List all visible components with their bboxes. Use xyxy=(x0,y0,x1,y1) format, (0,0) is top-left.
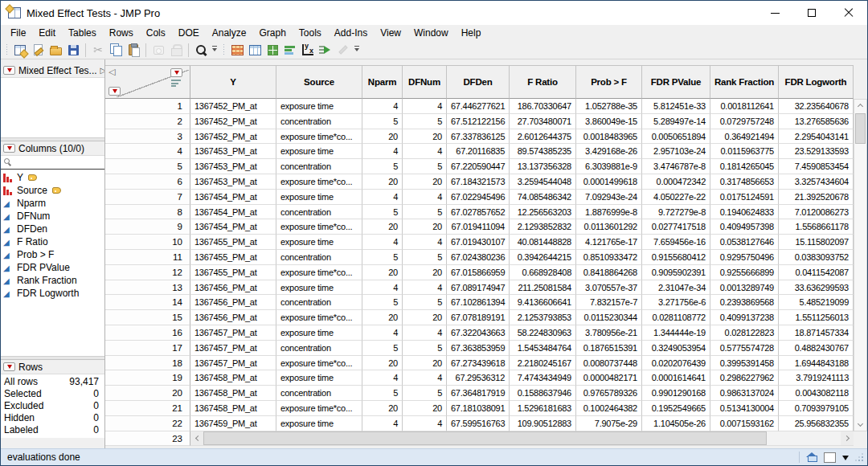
data-cell[interactable]: 67.363853959 xyxy=(447,341,510,356)
data-cell[interactable]: 1367457_PM_at xyxy=(190,341,276,356)
data-cell[interactable]: 20 xyxy=(362,356,403,371)
data-cell[interactable]: concentration xyxy=(276,341,362,356)
data-cell[interactable]: 1367455_PM_at xyxy=(190,250,276,265)
column-item-fdr-pvalue[interactable]: FDR PValue xyxy=(1,261,104,274)
data-cell[interactable]: 0.0000482171 xyxy=(576,370,642,386)
row-number-cell[interactable]: 15 xyxy=(105,310,190,325)
data-cell[interactable]: 5 xyxy=(403,250,447,265)
data-cell[interactable]: 5 xyxy=(362,295,403,310)
data-cell[interactable]: 0.8510933472 xyxy=(576,250,642,265)
data-cell[interactable]: exposure time xyxy=(276,99,362,114)
data-cell[interactable]: 0.0001614641 xyxy=(642,370,710,386)
data-cell[interactable]: 1367453_PM_at xyxy=(190,174,276,190)
data-cell[interactable]: 67.322043663 xyxy=(447,325,510,341)
data-cell[interactable]: 0.0115230344 xyxy=(576,310,642,325)
data-cell[interactable]: 0.0113601292 xyxy=(576,219,642,235)
save-icon[interactable] xyxy=(64,42,82,58)
data-cell[interactable]: 1367452_PM_at xyxy=(190,114,276,129)
data-cell[interactable]: 1367454_PM_at xyxy=(190,205,276,220)
data-cell[interactable]: 2.6012644375 xyxy=(510,129,576,145)
menu-cols[interactable]: Cols xyxy=(140,26,172,40)
data-cell[interactable]: 3.3257434604 xyxy=(779,174,854,190)
data-cell[interactable]: 67.027857652 xyxy=(447,205,510,220)
data-cell[interactable]: 5 xyxy=(362,114,403,129)
scroll-left-arrow[interactable] xyxy=(190,431,203,446)
overflow-icon[interactable] xyxy=(210,42,219,58)
column-header-dfnum[interactable]: DFNum xyxy=(403,66,447,99)
data-cell[interactable]: 12.256563203 xyxy=(510,205,576,220)
data-cell[interactable]: 20 xyxy=(403,356,447,371)
data-cell[interactable]: 67.024380236 xyxy=(447,250,510,265)
copy-icon[interactable] xyxy=(107,42,125,58)
data-cell[interactable]: 4 xyxy=(362,325,403,341)
column-item-prob-f[interactable]: Prob > F xyxy=(1,248,104,261)
assign-roles-icon[interactable] xyxy=(317,42,334,58)
data-cell[interactable]: 0.1002464382 xyxy=(576,401,642,416)
data-cell[interactable]: 109.90512883 xyxy=(510,416,576,431)
data-cell[interactable]: 21.392520678 xyxy=(779,190,854,205)
data-cell[interactable]: 20 xyxy=(403,401,447,416)
data-cell[interactable]: 3.4746787e-8 xyxy=(642,159,710,174)
data-cell[interactable]: 7.832157e-7 xyxy=(576,295,642,310)
column-item-y[interactable]: Y xyxy=(1,171,104,184)
data-cell[interactable]: 0.4882430767 xyxy=(779,341,854,356)
column-header-prob-f[interactable]: Prob > F xyxy=(576,66,642,99)
data-cell[interactable]: 0.0115963775 xyxy=(710,144,779,159)
data-cell[interactable]: 0.364921494 xyxy=(710,129,779,145)
tile-windows-icon[interactable] xyxy=(264,42,281,58)
column-header-source[interactable]: Source xyxy=(276,66,362,99)
data-cell[interactable]: 0.0043082118 xyxy=(779,386,854,401)
data-cell[interactable]: 0.0013289749 xyxy=(710,280,779,296)
data-cell[interactable]: 1367455_PM_at xyxy=(190,265,276,280)
data-cell[interactable]: 5 xyxy=(403,114,447,129)
column-item-dfnum[interactable]: DFNum xyxy=(1,210,104,223)
data-cell[interactable]: 5 xyxy=(403,295,447,310)
resize-grip[interactable] xyxy=(855,453,864,462)
data-cell[interactable]: 18.871457334 xyxy=(779,325,854,341)
data-cell[interactable]: 20 xyxy=(362,129,403,145)
row-number-cell[interactable]: 2 xyxy=(105,114,190,129)
data-cell[interactable]: 1367454_PM_at xyxy=(190,219,276,235)
data-cell[interactable]: concentration xyxy=(276,295,362,310)
data-cell[interactable]: 5 xyxy=(403,386,447,401)
data-cell[interactable]: 1.104505e-26 xyxy=(642,416,710,431)
scroll-down-arrow[interactable] xyxy=(854,419,866,431)
data-cell[interactable]: 67.019430107 xyxy=(447,235,510,250)
data-cell[interactable]: 7.092943e-24 xyxy=(576,190,642,205)
data-cell[interactable]: 0.3942644215 xyxy=(510,250,576,265)
row-number-cell[interactable]: 1 xyxy=(105,99,190,114)
data-cell[interactable]: 5.485219099 xyxy=(779,295,854,310)
data-cell[interactable]: 67.181038091 xyxy=(447,401,510,416)
menu-tables[interactable]: Tables xyxy=(62,26,103,40)
data-cell[interactable]: 0.3995391458 xyxy=(710,356,779,371)
data-cell[interactable]: 2.2180245167 xyxy=(510,356,576,371)
data-cell[interactable]: 20 xyxy=(403,174,447,190)
window-view-icon[interactable] xyxy=(824,452,836,463)
column-header-nparm[interactable]: Nparm xyxy=(362,66,403,99)
data-cell[interactable]: 0.1940624833 xyxy=(710,205,779,220)
data-cell[interactable]: exposure time xyxy=(276,280,362,296)
row-number-cell[interactable]: 21 xyxy=(105,401,190,416)
data-cell[interactable]: 67.446277621 xyxy=(447,99,510,114)
data-cell[interactable]: 67.29536312 xyxy=(447,370,510,386)
data-cell[interactable]: 67.089174947 xyxy=(447,280,510,296)
red-triangle-menu-icon[interactable] xyxy=(3,362,15,371)
data-cell[interactable]: 1367452_PM_at xyxy=(190,99,276,114)
data-cell[interactable]: 0.668928408 xyxy=(510,265,576,280)
column-item-dfden[interactable]: DFDen xyxy=(1,223,104,235)
data-cell[interactable]: 20 xyxy=(403,129,447,145)
data-cell[interactable]: 20 xyxy=(362,174,403,190)
data-cell[interactable]: 15.115802097 xyxy=(779,235,854,250)
vertical-scroll-thumb[interactable] xyxy=(855,113,866,144)
data-cell[interactable]: 5 xyxy=(362,341,403,356)
data-cell[interactable]: 0.1814265045 xyxy=(710,159,779,174)
data-cell[interactable]: 1367453_PM_at xyxy=(190,159,276,174)
data-cell[interactable]: 2.2954043141 xyxy=(779,129,854,145)
data-cell[interactable]: 67.102861394 xyxy=(447,295,510,310)
horizontal-scroll-thumb[interactable] xyxy=(203,431,767,446)
data-cell[interactable]: 0.0018483965 xyxy=(576,129,642,145)
data-cell[interactable]: 9.4136606641 xyxy=(510,295,576,310)
sort-icon[interactable] xyxy=(171,80,181,87)
data-cell[interactable]: 5 xyxy=(362,250,403,265)
data-cell[interactable]: exposure time*co... xyxy=(276,129,362,145)
